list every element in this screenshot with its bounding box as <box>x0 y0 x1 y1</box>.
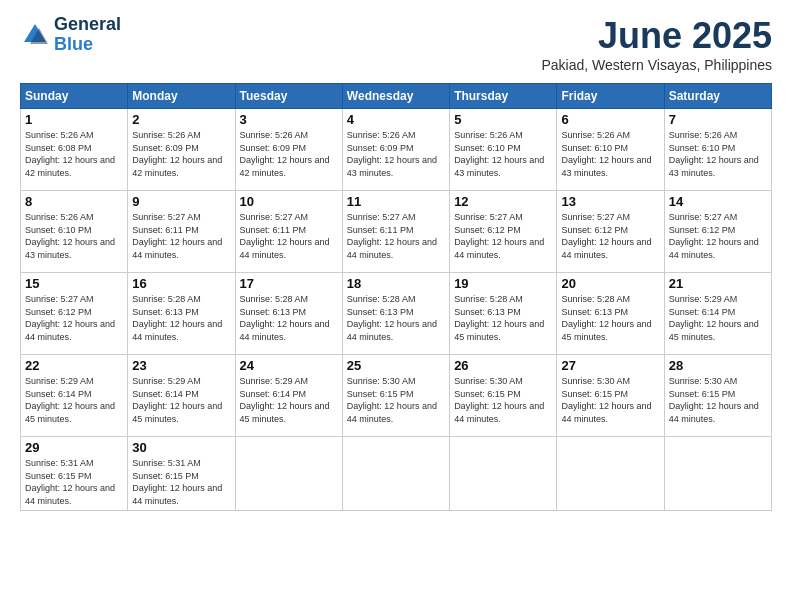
day-number: 27 <box>561 358 659 373</box>
calendar-cell: 15Sunrise: 5:27 AMSunset: 6:12 PMDayligh… <box>21 273 128 355</box>
day-info: Sunrise: 5:27 AMSunset: 6:11 PMDaylight:… <box>347 211 445 261</box>
page: General Blue June 2025 Pakiad, Western V… <box>0 0 792 612</box>
header-sunday: Sunday <box>21 84 128 109</box>
day-info: Sunrise: 5:27 AMSunset: 6:12 PMDaylight:… <box>669 211 767 261</box>
calendar-cell: 7Sunrise: 5:26 AMSunset: 6:10 PMDaylight… <box>664 109 771 191</box>
day-info: Sunrise: 5:27 AMSunset: 6:12 PMDaylight:… <box>454 211 552 261</box>
day-info: Sunrise: 5:26 AMSunset: 6:09 PMDaylight:… <box>240 129 338 179</box>
calendar-cell: 18Sunrise: 5:28 AMSunset: 6:13 PMDayligh… <box>342 273 449 355</box>
calendar-cell: 5Sunrise: 5:26 AMSunset: 6:10 PMDaylight… <box>450 109 557 191</box>
calendar-cell: 11Sunrise: 5:27 AMSunset: 6:11 PMDayligh… <box>342 191 449 273</box>
calendar-cell: 16Sunrise: 5:28 AMSunset: 6:13 PMDayligh… <box>128 273 235 355</box>
day-info: Sunrise: 5:26 AMSunset: 6:08 PMDaylight:… <box>25 129 123 179</box>
calendar-cell: 1Sunrise: 5:26 AMSunset: 6:08 PMDaylight… <box>21 109 128 191</box>
day-info: Sunrise: 5:28 AMSunset: 6:13 PMDaylight:… <box>561 293 659 343</box>
day-number: 22 <box>25 358 123 373</box>
day-number: 25 <box>347 358 445 373</box>
day-info: Sunrise: 5:31 AMSunset: 6:15 PMDaylight:… <box>25 457 123 507</box>
calendar-cell: 2Sunrise: 5:26 AMSunset: 6:09 PMDaylight… <box>128 109 235 191</box>
day-number: 14 <box>669 194 767 209</box>
day-number: 15 <box>25 276 123 291</box>
logo-text: General Blue <box>54 15 121 55</box>
calendar-cell <box>342 437 449 511</box>
calendar-cell: 4Sunrise: 5:26 AMSunset: 6:09 PMDaylight… <box>342 109 449 191</box>
title-block: June 2025 Pakiad, Western Visayas, Phili… <box>541 15 772 73</box>
day-number: 8 <box>25 194 123 209</box>
calendar-cell: 24Sunrise: 5:29 AMSunset: 6:14 PMDayligh… <box>235 355 342 437</box>
calendar-week-row: 29Sunrise: 5:31 AMSunset: 6:15 PMDayligh… <box>21 437 772 511</box>
calendar-week-row: 15Sunrise: 5:27 AMSunset: 6:12 PMDayligh… <box>21 273 772 355</box>
day-number: 2 <box>132 112 230 127</box>
day-info: Sunrise: 5:26 AMSunset: 6:10 PMDaylight:… <box>454 129 552 179</box>
calendar-cell: 28Sunrise: 5:30 AMSunset: 6:15 PMDayligh… <box>664 355 771 437</box>
calendar-cell: 23Sunrise: 5:29 AMSunset: 6:14 PMDayligh… <box>128 355 235 437</box>
day-info: Sunrise: 5:29 AMSunset: 6:14 PMDaylight:… <box>132 375 230 425</box>
calendar-cell: 17Sunrise: 5:28 AMSunset: 6:13 PMDayligh… <box>235 273 342 355</box>
calendar-week-row: 22Sunrise: 5:29 AMSunset: 6:14 PMDayligh… <box>21 355 772 437</box>
day-info: Sunrise: 5:30 AMSunset: 6:15 PMDaylight:… <box>561 375 659 425</box>
day-info: Sunrise: 5:30 AMSunset: 6:15 PMDaylight:… <box>454 375 552 425</box>
month-title: June 2025 <box>541 15 772 57</box>
day-number: 3 <box>240 112 338 127</box>
day-info: Sunrise: 5:28 AMSunset: 6:13 PMDaylight:… <box>132 293 230 343</box>
calendar-cell <box>664 437 771 511</box>
day-info: Sunrise: 5:28 AMSunset: 6:13 PMDaylight:… <box>454 293 552 343</box>
calendar-cell: 14Sunrise: 5:27 AMSunset: 6:12 PMDayligh… <box>664 191 771 273</box>
calendar-cell: 27Sunrise: 5:30 AMSunset: 6:15 PMDayligh… <box>557 355 664 437</box>
day-info: Sunrise: 5:29 AMSunset: 6:14 PMDaylight:… <box>25 375 123 425</box>
day-info: Sunrise: 5:26 AMSunset: 6:09 PMDaylight:… <box>132 129 230 179</box>
calendar-cell: 12Sunrise: 5:27 AMSunset: 6:12 PMDayligh… <box>450 191 557 273</box>
day-number: 7 <box>669 112 767 127</box>
day-info: Sunrise: 5:27 AMSunset: 6:11 PMDaylight:… <box>240 211 338 261</box>
day-number: 17 <box>240 276 338 291</box>
calendar-cell <box>235 437 342 511</box>
calendar-cell: 22Sunrise: 5:29 AMSunset: 6:14 PMDayligh… <box>21 355 128 437</box>
calendar-cell: 19Sunrise: 5:28 AMSunset: 6:13 PMDayligh… <box>450 273 557 355</box>
calendar-cell: 20Sunrise: 5:28 AMSunset: 6:13 PMDayligh… <box>557 273 664 355</box>
header: General Blue June 2025 Pakiad, Western V… <box>20 15 772 73</box>
calendar-cell: 8Sunrise: 5:26 AMSunset: 6:10 PMDaylight… <box>21 191 128 273</box>
header-friday: Friday <box>557 84 664 109</box>
day-info: Sunrise: 5:27 AMSunset: 6:12 PMDaylight:… <box>561 211 659 261</box>
calendar-cell: 25Sunrise: 5:30 AMSunset: 6:15 PMDayligh… <box>342 355 449 437</box>
day-number: 19 <box>454 276 552 291</box>
day-info: Sunrise: 5:28 AMSunset: 6:13 PMDaylight:… <box>240 293 338 343</box>
header-thursday: Thursday <box>450 84 557 109</box>
header-saturday: Saturday <box>664 84 771 109</box>
day-info: Sunrise: 5:26 AMSunset: 6:10 PMDaylight:… <box>25 211 123 261</box>
calendar-cell <box>450 437 557 511</box>
day-info: Sunrise: 5:29 AMSunset: 6:14 PMDaylight:… <box>669 293 767 343</box>
day-number: 4 <box>347 112 445 127</box>
day-number: 23 <box>132 358 230 373</box>
day-number: 1 <box>25 112 123 127</box>
day-number: 13 <box>561 194 659 209</box>
day-number: 28 <box>669 358 767 373</box>
day-number: 30 <box>132 440 230 455</box>
calendar-cell <box>557 437 664 511</box>
calendar-cell: 9Sunrise: 5:27 AMSunset: 6:11 PMDaylight… <box>128 191 235 273</box>
day-info: Sunrise: 5:26 AMSunset: 6:09 PMDaylight:… <box>347 129 445 179</box>
logo: General Blue <box>20 15 121 55</box>
calendar-cell: 10Sunrise: 5:27 AMSunset: 6:11 PMDayligh… <box>235 191 342 273</box>
calendar-cell: 30Sunrise: 5:31 AMSunset: 6:15 PMDayligh… <box>128 437 235 511</box>
day-info: Sunrise: 5:26 AMSunset: 6:10 PMDaylight:… <box>669 129 767 179</box>
calendar-cell: 29Sunrise: 5:31 AMSunset: 6:15 PMDayligh… <box>21 437 128 511</box>
calendar-cell: 3Sunrise: 5:26 AMSunset: 6:09 PMDaylight… <box>235 109 342 191</box>
weekday-header-row: Sunday Monday Tuesday Wednesday Thursday… <box>21 84 772 109</box>
logo-icon <box>20 20 50 50</box>
day-number: 26 <box>454 358 552 373</box>
day-info: Sunrise: 5:28 AMSunset: 6:13 PMDaylight:… <box>347 293 445 343</box>
header-monday: Monday <box>128 84 235 109</box>
calendar-week-row: 1Sunrise: 5:26 AMSunset: 6:08 PMDaylight… <box>21 109 772 191</box>
calendar-week-row: 8Sunrise: 5:26 AMSunset: 6:10 PMDaylight… <box>21 191 772 273</box>
calendar-cell: 13Sunrise: 5:27 AMSunset: 6:12 PMDayligh… <box>557 191 664 273</box>
day-info: Sunrise: 5:26 AMSunset: 6:10 PMDaylight:… <box>561 129 659 179</box>
day-number: 12 <box>454 194 552 209</box>
day-info: Sunrise: 5:29 AMSunset: 6:14 PMDaylight:… <box>240 375 338 425</box>
day-info: Sunrise: 5:27 AMSunset: 6:12 PMDaylight:… <box>25 293 123 343</box>
day-number: 18 <box>347 276 445 291</box>
day-number: 29 <box>25 440 123 455</box>
day-number: 9 <box>132 194 230 209</box>
day-number: 10 <box>240 194 338 209</box>
day-info: Sunrise: 5:30 AMSunset: 6:15 PMDaylight:… <box>669 375 767 425</box>
